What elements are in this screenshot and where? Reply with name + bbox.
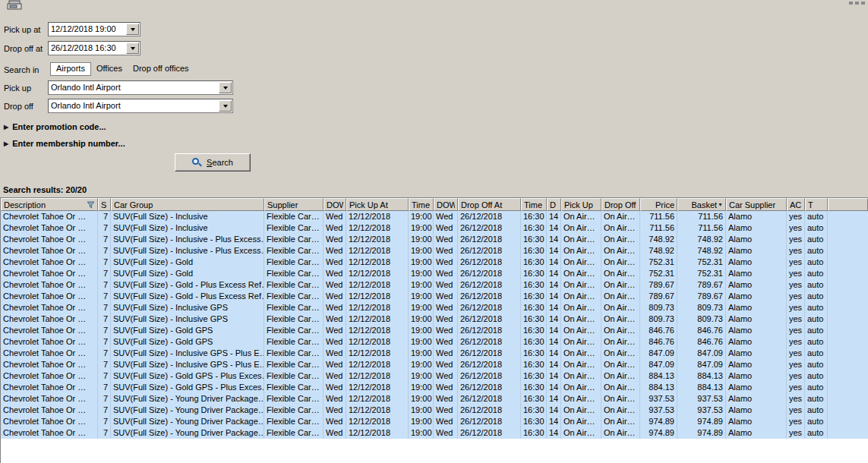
table-cell: On Air…: [601, 313, 640, 325]
table-cell: auto: [805, 416, 828, 427]
column-header[interactable]: Basket▼: [677, 198, 726, 211]
column-header-filler: [828, 198, 868, 211]
table-row[interactable]: Chevrolet Tahoe Or …7SUV(Full Size) - Go…: [1, 291, 868, 302]
table-cell: Chevrolet Tahoe Or …: [1, 325, 98, 336]
column-header[interactable]: S: [98, 198, 111, 211]
table-cell: Wed: [324, 234, 346, 245]
membership-number-expander[interactable]: ▶Enter membership number...: [4, 139, 125, 148]
table-cell: Wed: [434, 336, 458, 348]
dropoff-at-combobox[interactable]: 26/12/2018 16:30: [48, 41, 140, 55]
table-cell: auto: [805, 279, 828, 291]
pickup-location-dropdown-button[interactable]: [219, 82, 232, 93]
table-cell: Wed: [434, 416, 458, 427]
column-header[interactable]: AC: [787, 198, 805, 211]
table-cell: Alamo: [726, 427, 787, 439]
table-cell: Flexible Car…: [264, 348, 324, 359]
dropoff-location-combobox[interactable]: Orlando Intl Airport: [48, 99, 233, 113]
column-header-label: Car Supplier: [729, 200, 784, 209]
toolbar-device-icon[interactable]: [7, 0, 24, 11]
table-row[interactable]: Chevrolet Tahoe Or …7SUV(Full Size) - Go…: [1, 370, 868, 382]
table-cell: 16:30: [521, 325, 547, 336]
tab-drop-off-offices[interactable]: Drop off offices: [128, 62, 194, 76]
table-cell: 12/12/2018: [346, 291, 409, 302]
column-header[interactable]: Drop Off: [601, 198, 640, 211]
column-header[interactable]: D: [547, 198, 561, 211]
table-cell: 752.31: [677, 268, 726, 279]
column-header[interactable]: Price: [640, 198, 677, 211]
table-cell: On Air…: [561, 245, 601, 257]
table-row[interactable]: Chevrolet Tahoe Or …7SUV(Full Size) - In…: [1, 302, 868, 313]
column-header[interactable]: Pick Up At: [346, 198, 409, 211]
pickup-at-combobox[interactable]: 12/12/2018 19:00: [48, 22, 140, 36]
table-row[interactable]: Chevrolet Tahoe Or …7SUV(Full Size) - In…: [1, 348, 868, 359]
table-row[interactable]: Chevrolet Tahoe Or …7SUV(Full Size) - Yo…: [1, 427, 868, 439]
column-header[interactable]: Description: [1, 198, 98, 211]
column-header[interactable]: Time: [521, 198, 547, 211]
table-cell: Wed: [434, 257, 458, 268]
table-row[interactable]: Chevrolet Tahoe Or …7SUV(Full Size) - Go…: [1, 257, 868, 268]
pickup-at-dropdown-button[interactable]: [126, 24, 139, 35]
pickup-location-combobox[interactable]: Orlando Intl Airport: [48, 80, 233, 95]
search-button[interactable]: Search: [175, 153, 251, 172]
table-row[interactable]: Chevrolet Tahoe Or …7SUV(Full Size) - In…: [1, 211, 868, 222]
table-cell: 26/12/2018: [458, 348, 521, 359]
column-header[interactable]: Drop Off At: [458, 198, 521, 211]
column-header[interactable]: Time: [409, 198, 434, 211]
table-row[interactable]: Chevrolet Tahoe Or …7SUV(Full Size) - Go…: [1, 325, 868, 336]
column-header[interactable]: DOW: [324, 198, 346, 211]
table-row[interactable]: Chevrolet Tahoe Or …7SUV(Full Size) - In…: [1, 234, 868, 245]
table-cell: yes: [787, 382, 805, 393]
tab-airports[interactable]: Airports: [50, 62, 91, 76]
filter-icon[interactable]: [87, 201, 95, 209]
table-cell: On Air…: [561, 291, 601, 302]
table-cell: auto: [805, 222, 828, 234]
table-row[interactable]: Chevrolet Tahoe Or …7SUV(Full Size) - Go…: [1, 268, 868, 279]
table-cell: 12/12/2018: [346, 427, 409, 439]
sort-indicator-icon: ▼: [718, 202, 723, 207]
table-cell: SUV(Full Size) - Gold GPS - Plus Exces…: [111, 370, 264, 382]
membership-number-expander-label: Enter membership number...: [12, 139, 125, 148]
table-cell: 847.09: [677, 348, 726, 359]
window-controls-partial[interactable]: [849, 2, 865, 5]
column-header[interactable]: DOW: [434, 198, 458, 211]
table-cell: On Air…: [601, 359, 640, 370]
column-header[interactable]: Pick Up: [561, 198, 601, 211]
table-row[interactable]: Chevrolet Tahoe Or …7SUV(Full Size) - In…: [1, 313, 868, 325]
dropoff-at-dropdown-button[interactable]: [126, 43, 139, 54]
table-cell: Wed: [434, 291, 458, 302]
table-row[interactable]: Chevrolet Tahoe Or …7SUV(Full Size) - In…: [1, 245, 868, 257]
table-cell: 16:30: [521, 291, 547, 302]
column-header[interactable]: T: [805, 198, 828, 211]
table-cell: 19:00: [409, 405, 434, 416]
tab-offices[interactable]: Offices: [91, 62, 128, 76]
table-cell: 7: [98, 245, 111, 257]
table-cell: 19:00: [409, 222, 434, 234]
table-row[interactable]: Chevrolet Tahoe Or …7SUV(Full Size) - Go…: [1, 279, 868, 291]
table-row[interactable]: Chevrolet Tahoe Or …7SUV(Full Size) - Go…: [1, 336, 868, 348]
table-row[interactable]: Chevrolet Tahoe Or …7SUV(Full Size) - Yo…: [1, 416, 868, 427]
column-header[interactable]: Car Group: [111, 198, 264, 211]
table-cell: 7: [98, 325, 111, 336]
dropoff-location-dropdown-button[interactable]: [219, 100, 232, 112]
table-cell: 14: [547, 245, 561, 257]
table-cell: On Air…: [601, 405, 640, 416]
table-cell: Wed: [324, 291, 346, 302]
table-row[interactable]: Chevrolet Tahoe Or …7SUV(Full Size) - Yo…: [1, 405, 868, 416]
pickup-location-value: Orlando Intl Airport: [51, 83, 217, 92]
table-cell: yes: [787, 257, 805, 268]
table-row[interactable]: Chevrolet Tahoe Or …7SUV(Full Size) - Go…: [1, 382, 868, 393]
column-header[interactable]: Supplier: [264, 198, 324, 211]
column-header[interactable]: Car Supplier: [726, 198, 787, 211]
table-cell: Alamo: [726, 382, 787, 393]
promotion-code-expander[interactable]: ▶Enter promotion code...: [4, 122, 106, 131]
table-cell: On Air…: [601, 336, 640, 348]
table-row[interactable]: Chevrolet Tahoe Or …7SUV(Full Size) - In…: [1, 222, 868, 234]
table-cell: 12/12/2018: [346, 416, 409, 427]
table-cell: 884.13: [640, 370, 677, 382]
table-cell: On Air…: [601, 279, 640, 291]
table-cell: SUV(Full Size) - Young Driver Package…: [111, 393, 264, 405]
table-row[interactable]: Chevrolet Tahoe Or …7SUV(Full Size) - Yo…: [1, 393, 868, 405]
grid-body: Chevrolet Tahoe Or …7SUV(Full Size) - In…: [1, 211, 868, 439]
table-row[interactable]: Chevrolet Tahoe Or …7SUV(Full Size) - In…: [1, 359, 868, 370]
table-cell: 26/12/2018: [458, 359, 521, 370]
